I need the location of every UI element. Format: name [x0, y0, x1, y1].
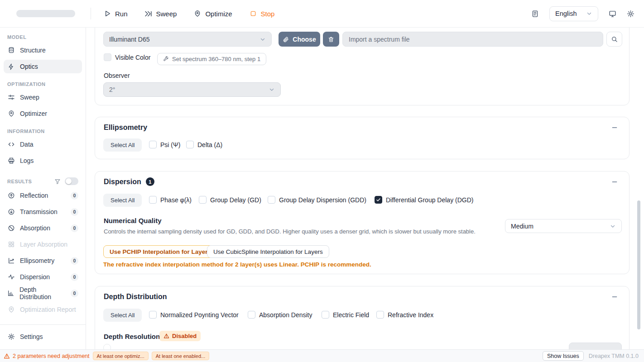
app-logo [16, 10, 75, 17]
use-pchip-button[interactable]: Use PCHIP Interpolation for Layers [103, 245, 217, 258]
sidebar-item-label: Absorption [20, 224, 50, 232]
status-warning: 2 parameters need adjustment [4, 353, 90, 359]
checkbox-label: Psi (Ψ) [160, 141, 180, 148]
use-cubicspline-button[interactable]: Use CubicSpline Interpolation for Layers [207, 245, 329, 258]
use-pchip-label: Use PCHIP Interpolation for Layers [110, 248, 211, 255]
vertical-scrollbar[interactable] [637, 200, 640, 329]
docs-button[interactable] [531, 10, 539, 18]
observer-select[interactable]: 2° [103, 82, 281, 97]
section-label-model: MODEL [7, 34, 78, 40]
document-icon [531, 10, 539, 18]
select-all-button[interactable]: Select All [103, 309, 142, 322]
visible-color-checkbox[interactable]: Visible Color [104, 53, 150, 61]
delete-spectrum-button[interactable] [323, 32, 339, 47]
sidebar-item-reflection[interactable]: Reflection 0 [4, 189, 82, 202]
checkbox-box [149, 141, 157, 148]
checkbox-label: Electric Field [333, 311, 369, 319]
results-header: RESULTS [7, 177, 78, 185]
checkbox-poynting-vector[interactable]: Normalized Poynting Vector [149, 311, 239, 319]
sidebar-item-logs[interactable]: Logs [4, 154, 82, 167]
arrow-down-circle-icon [7, 208, 15, 215]
settings-button[interactable] [627, 10, 634, 18]
toggle-knob [66, 178, 72, 184]
sidebar-item-layer-absorption[interactable]: Layer Absorption [4, 238, 82, 251]
checkbox-box [268, 196, 275, 204]
warning-triangle-icon [163, 333, 169, 339]
run-button[interactable]: Run [104, 10, 128, 18]
sidebar-item-structure[interactable]: Structure [4, 43, 82, 57]
sidebar-item-dispersion[interactable]: Dispersion 0 [4, 270, 82, 284]
disabled-badge-label: Disabled [172, 333, 197, 339]
sidebar-item-optimizer[interactable]: Optimizer [4, 107, 82, 120]
partial-checkbox [103, 344, 111, 349]
set-spectrum-button[interactable]: Set spectrum 360–780 nm, step 1 [157, 53, 266, 65]
checkbox-psi[interactable]: Psi (Ψ) [149, 141, 180, 148]
checkbox-box [104, 53, 111, 61]
checkbox-group-delay[interactable]: Group Delay (GD) [199, 196, 261, 204]
quality-select[interactable]: Medium [505, 219, 622, 233]
gear-icon [627, 10, 634, 18]
count-badge: 0 [71, 208, 78, 216]
stop-button[interactable]: Stop [250, 10, 275, 18]
checkbox-dgd[interactable]: Differential Group Delay (DGD) [375, 196, 473, 204]
gear-icon [7, 333, 15, 340]
sidebar-item-label: Optics [20, 63, 38, 70]
optimize-button[interactable]: Optimize [194, 10, 232, 18]
status-pill-optimization[interactable]: At least one optimiz... [93, 352, 149, 360]
collapse-button[interactable] [611, 178, 618, 186]
checkbox-gdd[interactable]: Group Delay Dispersion (GDD) [268, 196, 366, 204]
sidebar-item-sweep[interactable]: Sweep [4, 90, 82, 104]
sidebar-item-transmission[interactable]: Transmission 0 [4, 205, 82, 219]
checkbox-delta[interactable]: Delta (Δ) [186, 141, 222, 148]
display-button[interactable] [609, 10, 616, 18]
sidebar-item-optimization-report[interactable]: Optimization Report [4, 303, 82, 316]
stop-button-label: Stop [261, 10, 275, 18]
collapse-button[interactable] [611, 124, 618, 131]
filter-icon[interactable] [54, 178, 61, 185]
checkbox-box [199, 196, 207, 204]
depth-resolution-select[interactable] [569, 343, 622, 349]
checkbox-label: Group Delay Dispersion (GDD) [279, 196, 366, 204]
illuminant-select[interactable]: Illuminant D65 [103, 32, 272, 47]
card-title: Dispersion [104, 178, 141, 186]
import-spectrum-input[interactable] [342, 32, 603, 47]
observer-label: Observer [104, 72, 130, 79]
select-all-button[interactable]: Select All [103, 194, 142, 207]
search-button[interactable] [606, 32, 622, 47]
sidebar-item-settings[interactable]: Settings [4, 330, 82, 343]
sidebar-item-label: Settings [20, 333, 43, 340]
checkbox-phase[interactable]: Phase φ(λ) [149, 196, 192, 204]
sidebar-item-absorption[interactable]: Absorption 0 [4, 221, 82, 235]
statusbar: 2 parameters need adjustment At least on… [0, 349, 644, 362]
checkbox-box [248, 311, 255, 319]
chevron-down-icon [610, 223, 616, 229]
select-all-button[interactable]: Select All [103, 138, 142, 152]
choose-file-button[interactable]: Choose [279, 32, 320, 47]
illuminant-value: Illuminant D65 [109, 36, 150, 43]
set-spectrum-label: Set spectrum 360–780 nm, step 1 [172, 56, 260, 62]
checkbox-absorption-density[interactable]: Absorption Density [248, 311, 312, 319]
search-icon [611, 36, 618, 43]
topbar: Run Sweep Optimize Stop [0, 0, 644, 28]
observer-value: 2° [109, 86, 115, 93]
checkbox-electric-field[interactable]: Electric Field [322, 311, 369, 319]
sidebar: MODEL Structure Optics OPTIMIZATION Swee… [0, 28, 86, 349]
checkbox-refractive-index[interactable]: Refractive Index [376, 311, 433, 319]
show-issues-button[interactable]: Show Issues [543, 351, 584, 361]
sidebar-item-depth-distribution[interactable]: Depth Distribution 0 [4, 286, 82, 300]
status-warning-text: 2 parameters need adjustment [13, 353, 90, 359]
sidebar-item-ellipsometry[interactable]: Ellipsometry 0 [4, 254, 82, 267]
sidebar-item-data[interactable]: Data [4, 138, 82, 151]
sweep-button[interactable]: Sweep [144, 10, 177, 18]
sidebar-item-optics[interactable]: Optics [4, 60, 82, 73]
sidebar-item-label: Logs [20, 157, 34, 164]
language-select[interactable]: English [549, 6, 598, 21]
section-label-information: INFORMATION [7, 129, 78, 134]
sidebar-item-label: Sweep [20, 94, 39, 101]
collapse-button[interactable] [611, 293, 618, 300]
activity-icon [7, 273, 15, 281]
depth-distribution-card: Depth Distribution Select All Normalized… [95, 286, 630, 349]
numerical-quality-title: Numerical Quality [104, 217, 162, 224]
status-pill-enabled[interactable]: At least one enabled... [152, 352, 209, 360]
results-filter-toggle[interactable] [65, 177, 78, 185]
